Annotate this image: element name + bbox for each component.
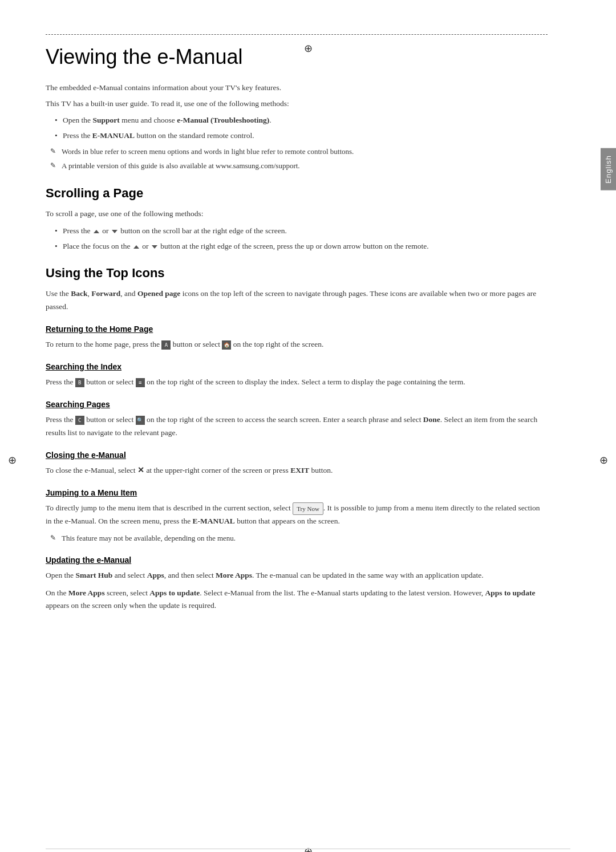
intro-bullet-1: Open the Support menu and choose e-Manua… (55, 114, 548, 127)
scrolling-bullet-1: Press the or button on the scroll bar at… (55, 225, 548, 237)
scrolling-title: Scrolling a Page (46, 186, 548, 201)
intro-bullet-list: Open the Support menu and choose e-Manua… (55, 114, 548, 141)
jump-menu-note-list: This feature may not be available, depen… (50, 533, 548, 545)
scrolling-bullets: Press the or button on the scroll bar at… (55, 225, 548, 252)
subsection-search-pages-title: Searching Pages (46, 400, 548, 409)
subsection-search-index-title: Searching the Index (46, 362, 548, 371)
subsection-close-emanual-title: Closing the e-Manual (46, 451, 548, 460)
footer-separator (46, 849, 570, 849)
subsection-search-pages-text: Press the C button or select 🔍 on the to… (46, 413, 548, 439)
scrolling-intro: To scroll a page, use one of the followi… (46, 208, 548, 220)
reg-mark-left: ⊕ (8, 454, 17, 466)
top-icons-title: Using the Top Icons (46, 266, 548, 281)
subsection-jump-menu-text: To directly jump to the menu item that i… (46, 502, 548, 528)
jump-menu-note: This feature may not be available, depen… (50, 533, 548, 545)
subsection-search-index-text: Press the B button or select ≡ on the to… (46, 376, 548, 388)
english-tab: English (601, 148, 616, 190)
home-button-icon: A (161, 340, 171, 350)
intro-note-list: Words in blue refer to screen menu optio… (50, 146, 548, 172)
intro-note-1: Words in blue refer to screen menu optio… (50, 146, 548, 158)
try-now-button[interactable]: Try Now (293, 502, 323, 515)
reg-mark-right: ⊕ (599, 454, 608, 466)
subsection-close-emanual-text: To close the e-Manual, select ✕ at the u… (46, 464, 548, 477)
index-button-icon: B (75, 378, 84, 387)
search-button-icon: C (75, 416, 84, 425)
search-icon: 🔍 (136, 416, 145, 425)
intro-line1: The embedded e-Manual contains informati… (46, 82, 548, 94)
main-content: Viewing the e-Manual The embedded e-Manu… (46, 34, 565, 612)
scrolling-bullet-2: Place the focus on the or button at the … (55, 240, 548, 253)
index-icon: ≡ (136, 378, 145, 387)
page-title: Viewing the e-Manual (46, 45, 548, 69)
dashed-separator (46, 34, 548, 35)
reg-mark-top: ⊕ (304, 42, 313, 55)
intro-bullet-2: Press the E-MANUAL button on the standar… (55, 129, 548, 142)
subsection-jump-menu-title: Jumping to a Menu Item (46, 488, 548, 497)
subsection-update-emanual-title: Updating the e-Manual (46, 555, 548, 565)
page-wrapper: ⊕ ⊕ ⊕ ⊕ English Viewing the e-Manual The… (0, 34, 616, 852)
intro-note-2: A printable version of this guide is als… (50, 160, 548, 172)
subsection-update-emanual-text1: Open the Smart Hub and select Apps, and … (46, 569, 548, 582)
subsection-home-page-title: Returning to the Home Page (46, 324, 548, 334)
home-icon: 🏠 (222, 340, 231, 350)
intro-line2: This TV has a built-in user guide. To re… (46, 98, 548, 110)
subsection-update-emanual-text2: On the More Apps screen, select Apps to … (46, 587, 548, 612)
top-icons-intro: Use the Back, Forward, and Opened page i… (46, 287, 548, 313)
subsection-home-page-text: To return to the home page, press the A … (46, 338, 548, 351)
